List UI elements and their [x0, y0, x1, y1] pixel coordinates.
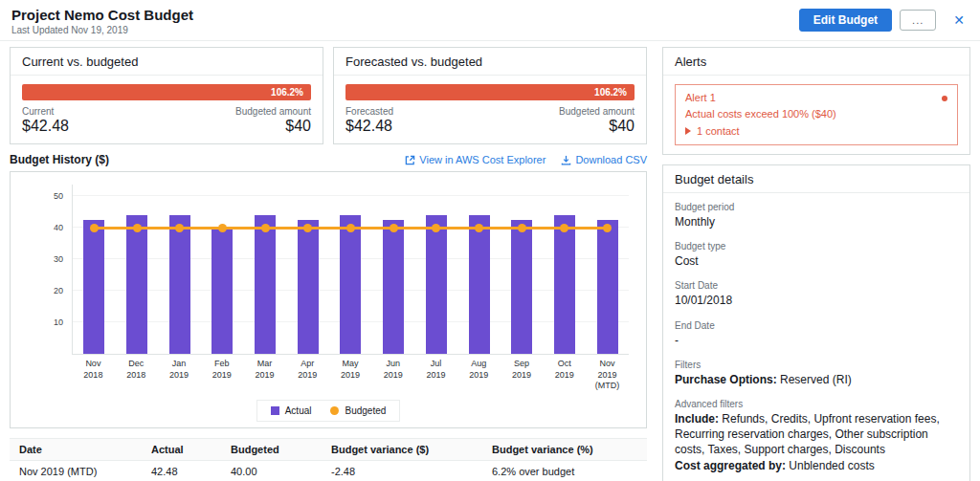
- legend-label: Actual: [285, 405, 312, 416]
- page-title: Project Nemo Cost Budget: [11, 7, 193, 23]
- y-axis-label: 30: [40, 254, 63, 264]
- budget-history-header: Budget History ($) View in AWS Cost Expl…: [10, 153, 647, 166]
- detail-field-value: Purchase Options: Reserved (RI): [675, 372, 958, 387]
- y-axis-label: 10: [40, 317, 63, 327]
- chart-bar-actual: [83, 220, 104, 354]
- forecasted-label: Forecasted: [345, 106, 393, 117]
- x-axis-label: Jul2019: [414, 359, 457, 392]
- chart-slot: [501, 185, 544, 354]
- x-axis-label: Aug2019: [457, 359, 501, 392]
- budget-history-chart: 1020304050 Nov2018Dec2018Jan2019Feb2019M…: [10, 171, 647, 428]
- detail-field-label: Advanced filters: [675, 399, 958, 409]
- x-axis-label: May2019: [329, 359, 372, 392]
- chart-point-budgeted: [518, 224, 526, 232]
- chart-point-budgeted: [560, 224, 568, 232]
- alerts-card: Alerts Alert 1Actual costs exceed 100% (…: [662, 47, 970, 155]
- detail-field-value: Include: Refunds, Credits, Upfront reser…: [675, 411, 958, 473]
- page-header: Project Nemo Cost Budget Last Updated No…: [0, 0, 980, 41]
- table-cell: 6.2% over budget: [482, 461, 647, 481]
- caret-right-icon: [685, 127, 691, 135]
- table-cell: -2.48: [322, 461, 482, 481]
- chart-bar-actual: [554, 215, 575, 354]
- alerts-title: Alerts: [663, 48, 969, 76]
- x-axis-label: Jun2019: [371, 359, 414, 392]
- table-header-row: DateActualBudgetedBudget variance ($)Bud…: [10, 438, 647, 461]
- chart-bar-actual: [340, 215, 361, 354]
- chart-plot: 1020304050: [72, 185, 629, 355]
- alert-item: Alert 1Actual costs exceed 100% ($40)1 c…: [675, 84, 958, 145]
- forecasted-vs-budgeted-card: Forecasted vs. budgeted 106.2% Forecaste…: [333, 47, 647, 144]
- current-label: Current: [22, 106, 69, 117]
- alert-contacts-toggle[interactable]: 1 contact: [685, 125, 947, 137]
- detail-field-label: Budget period: [675, 202, 958, 212]
- chart-bar-actual: [383, 220, 404, 354]
- view-in-cost-explorer-link[interactable]: View in AWS Cost Explorer: [405, 154, 546, 165]
- table-header-cell: Budget variance ($): [322, 439, 482, 460]
- budget-details-title: Budget details: [663, 165, 969, 193]
- gauge-cards-row: Current vs. budgeted 106.2% Current $42.…: [10, 47, 647, 144]
- right-column: Alerts Alert 1Actual costs exceed 100% (…: [662, 47, 970, 481]
- y-axis-label: 40: [40, 223, 63, 232]
- chart-bar-actual: [126, 215, 147, 354]
- chart-bar-actual: [469, 215, 490, 354]
- forecasted-value: $42.48: [345, 118, 393, 135]
- chart-bar-actual: [298, 220, 319, 354]
- budgeted-amount-label: Budgeted amount: [235, 106, 311, 117]
- main-content: Current vs. budgeted 106.2% Current $42.…: [0, 41, 980, 481]
- current-value: $42.48: [22, 118, 69, 135]
- close-icon[interactable]: ✕: [949, 12, 969, 28]
- forecasted-card-title: Forecasted vs. budgeted: [334, 48, 646, 76]
- y-axis-label: 20: [40, 286, 63, 295]
- x-axis-label: Dec2018: [115, 359, 158, 392]
- table-cell: 42.48: [142, 461, 221, 481]
- external-link-icon: [405, 155, 415, 165]
- current-progress-bar: 106.2%: [22, 84, 311, 100]
- detail-field: Advanced filtersInclude: Refunds, Credit…: [675, 399, 958, 473]
- budget-history-table: DateActualBudgetedBudget variance ($)Bud…: [10, 438, 647, 481]
- chart-bar-actual: [426, 215, 447, 354]
- header-actions: Edit Budget ... ✕: [799, 9, 969, 32]
- chart-point-budgeted: [175, 224, 184, 232]
- x-axis-label: Sep2019: [501, 359, 544, 392]
- x-axis-label: Feb2019: [200, 359, 243, 392]
- table-row: Nov 2019 (MTD)42.4840.00-2.486.2% over b…: [10, 461, 647, 481]
- page-title-block: Project Nemo Cost Budget Last Updated No…: [11, 7, 193, 35]
- budgeted-amount-value: $40: [559, 118, 635, 135]
- x-axis-label: Mar2019: [243, 359, 286, 392]
- chart-point-budgeted: [90, 224, 99, 232]
- chart-slot: [329, 185, 372, 354]
- edit-budget-button[interactable]: Edit Budget: [799, 9, 892, 32]
- chart-slot: [201, 185, 244, 354]
- table-header-cell: Actual: [142, 439, 221, 460]
- detail-field: FiltersPurchase Options: Reserved (RI): [675, 360, 958, 387]
- x-axis-label: Apr2019: [286, 359, 329, 392]
- chart-slot: [372, 185, 415, 354]
- detail-field-value: Monthly: [675, 214, 958, 230]
- current-card-title: Current vs. budgeted: [11, 48, 323, 76]
- budgeted-amount-value: $40: [235, 118, 311, 135]
- legend-label: Budgeted: [345, 405, 386, 416]
- chart-point-budgeted: [346, 224, 355, 232]
- current-vs-budgeted-card: Current vs. budgeted 106.2% Current $42.…: [10, 47, 323, 144]
- detail-field-value: -: [675, 333, 958, 348]
- more-actions-button[interactable]: ...: [900, 10, 936, 31]
- chart-point-budgeted: [475, 224, 483, 232]
- table-cell: 40.00: [221, 461, 322, 481]
- left-column: Current vs. budgeted 106.2% Current $42.…: [10, 47, 647, 481]
- download-csv-link[interactable]: Download CSV: [561, 154, 647, 165]
- chart-slot: [73, 185, 116, 354]
- chart-bar-actual: [255, 215, 276, 354]
- chart-slot: [415, 185, 458, 354]
- chart-point-budgeted: [603, 224, 612, 232]
- alert-status-dot-icon: [942, 96, 947, 101]
- detail-field-label: Filters: [675, 360, 958, 370]
- legend-swatch-actual: [271, 406, 279, 415]
- legend-item-actual: Actual: [271, 405, 312, 416]
- chart-point-budgeted: [261, 224, 270, 232]
- chart-point-budgeted: [432, 224, 440, 232]
- detail-field-label: Budget type: [675, 241, 958, 251]
- alert-description: Actual costs exceed 100% ($40): [685, 108, 947, 120]
- chart-point-budgeted: [390, 224, 398, 232]
- budget-history-title: Budget History ($): [10, 153, 109, 166]
- x-axis-label: Nov2018: [72, 359, 115, 392]
